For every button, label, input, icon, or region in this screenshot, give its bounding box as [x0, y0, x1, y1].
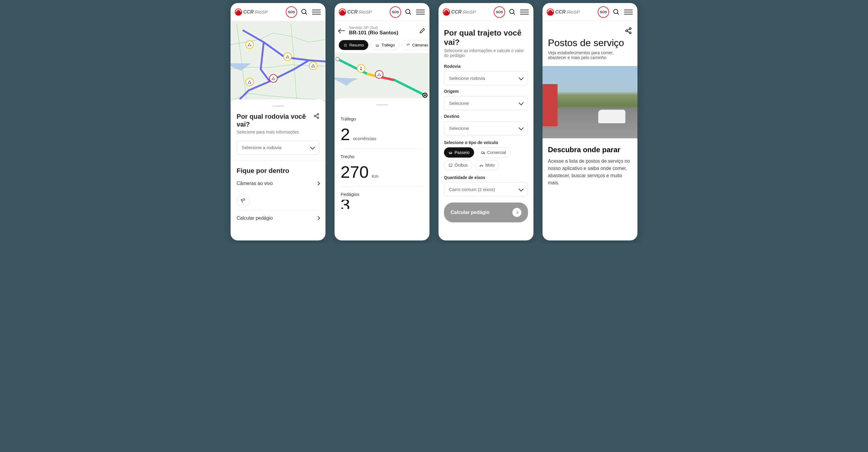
map-pin-warning-icon[interactable] — [245, 78, 254, 86]
car-graphic — [598, 110, 625, 123]
tab-trafego[interactable]: Tráfego — [371, 40, 399, 50]
map-pin-alert-icon[interactable] — [269, 74, 278, 83]
route-map[interactable] — [335, 53, 430, 104]
sos-button[interactable]: SOS — [598, 6, 609, 18]
label-highway: Rodovia — [444, 64, 528, 69]
label-origin: Origem — [444, 89, 528, 94]
map-pin-construction-icon[interactable] — [357, 64, 365, 73]
svg-line-40 — [627, 29, 629, 30]
list-icon — [343, 43, 347, 47]
select-placeholder: Selecione — [449, 126, 469, 131]
calculate-button[interactable]: Calcular pedágio — [444, 202, 528, 222]
svg-point-32 — [451, 166, 452, 167]
stat-tolls: Pedágios 3 — [341, 187, 424, 214]
svg-point-21 — [361, 67, 362, 68]
share-icon[interactable] — [625, 27, 632, 34]
search-button[interactable] — [300, 7, 309, 17]
logo-icon — [235, 8, 242, 16]
highway-select[interactable]: Selecione a rodovia — [237, 140, 319, 155]
vehicle-chips: Passeio Comercial Ônibus Moto — [444, 147, 528, 170]
camera-icon — [406, 43, 410, 47]
tab-label: Resumo — [349, 43, 364, 47]
svg-point-35 — [614, 9, 618, 13]
origin-select[interactable]: Selecione — [444, 96, 528, 110]
menu-button[interactable] — [312, 7, 321, 17]
tab-resumo[interactable]: Resumo — [339, 40, 368, 50]
destination-select[interactable]: Selecione — [444, 121, 528, 135]
sos-button[interactable]: SOS — [286, 6, 297, 18]
app-header: CCR RioSP SOS — [230, 3, 326, 21]
cameras-link[interactable]: Câmeras ao vivo — [237, 176, 319, 191]
svg-point-31 — [450, 166, 450, 167]
chevron-down-icon — [519, 100, 524, 105]
tabs-row: Resumo Tráfego Câmeras — [335, 40, 430, 53]
tab-label: Câmeras — [412, 43, 428, 47]
tab-cameras[interactable]: Câmeras — [402, 40, 430, 50]
chip-passeio[interactable]: Passeio — [444, 147, 474, 158]
menu-icon — [624, 10, 632, 10]
brand-sub: RioSP — [359, 9, 372, 14]
stat-unit: Km — [372, 173, 378, 179]
app-logo: CCR RioSP — [443, 8, 491, 16]
stat-label: Pedágios — [341, 192, 424, 197]
edit-icon[interactable] — [419, 28, 425, 34]
label-destination: Destino — [444, 114, 528, 119]
highway-select[interactable]: Selecione rodovia — [444, 71, 528, 85]
logo-icon — [547, 8, 554, 16]
search-button[interactable] — [612, 7, 621, 17]
svg-point-3 — [317, 114, 318, 115]
camera-round-button[interactable] — [237, 194, 250, 207]
app-header: CCR RioSP SOS — [438, 3, 533, 21]
truck-icon — [481, 150, 485, 155]
menu-button[interactable] — [415, 7, 425, 17]
axles-select[interactable]: Carro comum (2 eixos) — [444, 182, 528, 196]
select-placeholder: Selecione rodovia — [449, 76, 485, 81]
menu-button[interactable] — [520, 7, 529, 17]
svg-line-23 — [513, 13, 515, 14]
drag-handle[interactable] — [376, 104, 388, 105]
svg-point-4 — [314, 115, 315, 117]
menu-icon — [312, 10, 321, 10]
button-label: Calcular pedágio — [451, 210, 490, 215]
chip-comercial[interactable]: Comercial — [476, 147, 510, 158]
tab-label: Tráfego — [381, 43, 395, 47]
search-button[interactable] — [404, 7, 413, 17]
search-button[interactable] — [507, 7, 517, 17]
map-pin-warning-icon[interactable] — [245, 40, 254, 49]
content-area: Por qual rodovia você vai? Selecione par… — [230, 21, 326, 240]
chip-label: Passeio — [455, 150, 470, 155]
svg-point-5 — [317, 117, 318, 119]
bottom-sheet: Por qual rodovia você vai? Selecione par… — [230, 99, 326, 232]
back-button[interactable] — [339, 30, 345, 31]
map-pin-warning-icon[interactable] — [283, 53, 292, 61]
sos-button[interactable]: SOS — [390, 6, 401, 18]
svg-point-20 — [424, 94, 426, 96]
route-name: BR-101 (Rio Santos) — [349, 30, 415, 36]
stat-traffic: Tráfego 2 ocorrências — [341, 111, 424, 149]
divider — [230, 161, 326, 161]
map-pin-warning-icon[interactable] — [309, 62, 317, 70]
direction-label: Sentido SP (Sul) — [349, 25, 415, 30]
toll-link[interactable]: Calcular pedágio — [237, 210, 319, 226]
car-icon — [375, 43, 379, 47]
stat-label: Tráfego — [341, 116, 424, 122]
select-placeholder: Selecione — [449, 101, 469, 106]
share-icon[interactable] — [313, 113, 319, 119]
page-title: Postos de serviço — [542, 37, 638, 49]
drag-handle[interactable] — [272, 105, 284, 107]
svg-line-6 — [315, 115, 317, 116]
map-pin-alert-icon[interactable] — [375, 70, 383, 79]
svg-point-22 — [510, 9, 514, 13]
form-subtitle: Selecione as informações e calcule o val… — [444, 48, 528, 58]
app-header: CCR RioSP SOS — [542, 3, 638, 21]
chip-onibus[interactable]: Ônibus — [444, 160, 472, 170]
brand-sub: RioSP — [567, 9, 580, 14]
map-view[interactable] — [230, 21, 326, 105]
route-line-map — [335, 53, 430, 104]
chip-moto[interactable]: Moto — [475, 160, 499, 170]
menu-icon — [520, 10, 529, 10]
sos-button[interactable]: SOS — [494, 6, 505, 18]
camera-icon — [240, 198, 246, 204]
building-graphic — [542, 84, 558, 126]
menu-button[interactable] — [624, 7, 633, 17]
